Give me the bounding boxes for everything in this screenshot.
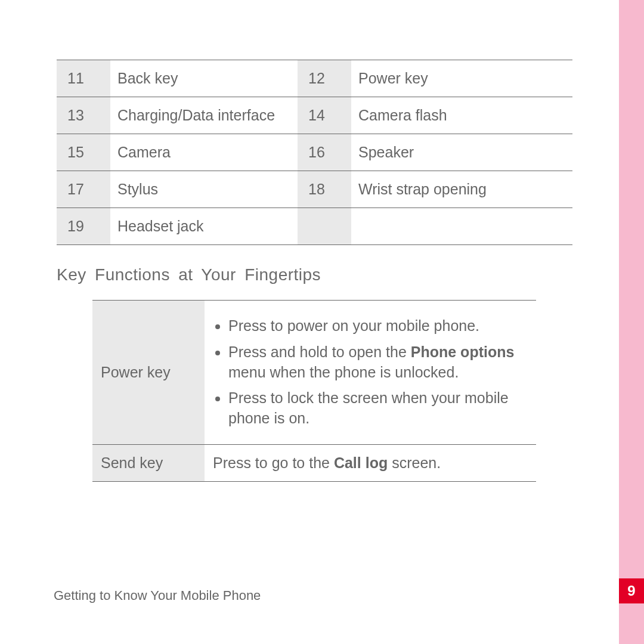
part-number: 19 <box>57 208 110 245</box>
table-row: Power key Press to power on your mobile … <box>92 301 536 445</box>
section-title: Key Functions at Your Fingertips <box>57 265 572 284</box>
table-row: 13Charging/Data interface14Camera flash <box>57 97 572 134</box>
part-label: Wrist strap opening <box>351 171 572 208</box>
footer-chapter-title: Getting to Know Your Mobile Phone <box>54 588 261 603</box>
part-label: Stylus <box>110 171 298 208</box>
part-label: Camera <box>110 134 298 171</box>
part-number: 12 <box>298 60 351 97</box>
part-label: Power key <box>351 60 572 97</box>
key-name-cell: Send key <box>92 444 205 481</box>
parts-table: 11Back key12Power key13Charging/Data int… <box>57 60 572 245</box>
part-number <box>298 208 351 245</box>
part-label <box>351 208 572 245</box>
part-label: Charging/Data interface <box>110 97 298 134</box>
key-desc-cell: Press to go to the Call log screen. <box>205 444 536 481</box>
part-number: 13 <box>57 97 110 134</box>
bullet-list: Press to power on your mobile phone. Pre… <box>213 316 528 429</box>
page-content: 11Back key12Power key13Charging/Data int… <box>0 0 644 482</box>
text: Press and hold to open the <box>228 343 411 360</box>
part-label: Camera flash <box>351 97 572 134</box>
table-row: 11Back key12Power key <box>57 60 572 97</box>
list-item: Press to power on your mobile phone. <box>228 316 528 336</box>
part-number: 14 <box>298 97 351 134</box>
list-item: Press and hold to open the Phone options… <box>228 342 528 383</box>
part-number: 16 <box>298 134 351 171</box>
side-tab-bar <box>619 0 644 644</box>
text: screen. <box>388 454 441 471</box>
part-label: Headset jack <box>110 208 298 245</box>
bold-text: Call log <box>334 454 388 471</box>
table-row: Send key Press to go to the Call log scr… <box>92 444 536 481</box>
text: Press to go to the <box>213 454 334 471</box>
bold-text: Phone options <box>411 343 515 360</box>
table-row: 15Camera16Speaker <box>57 134 572 171</box>
part-number: 11 <box>57 60 110 97</box>
part-number: 15 <box>57 134 110 171</box>
page-number-badge: 9 <box>619 578 644 603</box>
key-functions-table: Power key Press to power on your mobile … <box>92 300 536 482</box>
key-name-cell: Power key <box>92 301 205 445</box>
part-number: 18 <box>298 171 351 208</box>
part-label: Back key <box>110 60 298 97</box>
key-desc-cell: Press to power on your mobile phone. Pre… <box>205 301 536 445</box>
part-number: 17 <box>57 171 110 208</box>
table-row: 17Stylus18Wrist strap opening <box>57 171 572 208</box>
part-label: Speaker <box>351 134 572 171</box>
list-item: Press to lock the screen when your mobil… <box>228 388 528 429</box>
text: menu when the phone is unlocked. <box>228 364 459 380</box>
table-row: 19Headset jack <box>57 208 572 245</box>
